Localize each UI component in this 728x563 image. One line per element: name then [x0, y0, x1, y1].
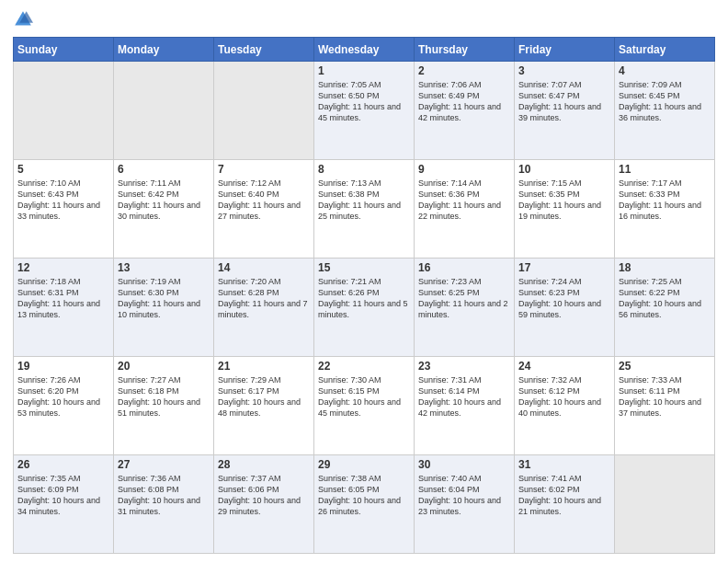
- day-info: Sunrise: 7:07 AM Sunset: 6:47 PM Dayligh…: [518, 79, 610, 124]
- day-info: Sunrise: 7:27 AM Sunset: 6:18 PM Dayligh…: [118, 374, 210, 419]
- day-number: 24: [518, 360, 610, 373]
- day-number: 1: [318, 64, 410, 77]
- day-info: Sunrise: 7:40 AM Sunset: 6:04 PM Dayligh…: [418, 473, 510, 518]
- day-info: Sunrise: 7:30 AM Sunset: 6:15 PM Dayligh…: [318, 374, 410, 419]
- calendar-cell: 18Sunrise: 7:25 AM Sunset: 6:22 PM Dayli…: [615, 259, 715, 357]
- day-number: 19: [17, 360, 109, 373]
- calendar-cell: [214, 62, 314, 160]
- calendar-cell: 11Sunrise: 7:17 AM Sunset: 6:33 PM Dayli…: [615, 160, 715, 259]
- calendar-cell: 6Sunrise: 7:11 AM Sunset: 6:42 PM Daylig…: [114, 160, 214, 259]
- calendar-cell: 7Sunrise: 7:12 AM Sunset: 6:40 PM Daylig…: [214, 160, 314, 259]
- calendar-cell: 23Sunrise: 7:31 AM Sunset: 6:14 PM Dayli…: [415, 357, 515, 455]
- day-number: 28: [218, 458, 310, 471]
- day-info: Sunrise: 7:25 AM Sunset: 6:22 PM Dayligh…: [619, 276, 711, 321]
- calendar-week-row: 26Sunrise: 7:35 AM Sunset: 6:09 PM Dayli…: [14, 455, 715, 554]
- day-number: 26: [17, 458, 109, 471]
- calendar-week-row: 1Sunrise: 7:05 AM Sunset: 6:50 PM Daylig…: [14, 62, 715, 160]
- calendar-week-row: 12Sunrise: 7:18 AM Sunset: 6:31 PM Dayli…: [14, 259, 715, 357]
- calendar-cell: 29Sunrise: 7:38 AM Sunset: 6:05 PM Dayli…: [314, 455, 415, 554]
- day-number: 5: [17, 163, 109, 176]
- calendar-header-row: SundayMondayTuesdayWednesdayThursdayFrid…: [14, 38, 715, 62]
- day-number: 9: [418, 163, 510, 176]
- calendar-cell: 10Sunrise: 7:15 AM Sunset: 6:35 PM Dayli…: [515, 160, 615, 259]
- calendar-cell: 19Sunrise: 7:26 AM Sunset: 6:20 PM Dayli…: [14, 357, 114, 455]
- day-number: 11: [619, 163, 711, 176]
- day-number: 18: [619, 261, 711, 274]
- calendar-cell: [615, 455, 715, 554]
- day-info: Sunrise: 7:37 AM Sunset: 6:06 PM Dayligh…: [218, 473, 310, 518]
- calendar-cell: [14, 62, 114, 160]
- day-info: Sunrise: 7:32 AM Sunset: 6:12 PM Dayligh…: [518, 374, 610, 419]
- calendar-cell: 14Sunrise: 7:20 AM Sunset: 6:28 PM Dayli…: [214, 259, 314, 357]
- calendar-cell: 26Sunrise: 7:35 AM Sunset: 6:09 PM Dayli…: [14, 455, 114, 554]
- calendar-cell: 17Sunrise: 7:24 AM Sunset: 6:23 PM Dayli…: [515, 259, 615, 357]
- day-number: 20: [118, 360, 210, 373]
- calendar-cell: [114, 62, 214, 160]
- calendar-cell: 22Sunrise: 7:30 AM Sunset: 6:15 PM Dayli…: [314, 357, 415, 455]
- day-info: Sunrise: 7:24 AM Sunset: 6:23 PM Dayligh…: [518, 276, 610, 321]
- calendar-cell: 21Sunrise: 7:29 AM Sunset: 6:17 PM Dayli…: [214, 357, 314, 455]
- logo: [13, 9, 35, 29]
- day-number: 17: [518, 261, 610, 274]
- day-number: 21: [218, 360, 310, 373]
- day-number: 4: [619, 64, 711, 77]
- calendar-cell: 12Sunrise: 7:18 AM Sunset: 6:31 PM Dayli…: [14, 259, 114, 357]
- day-info: Sunrise: 7:06 AM Sunset: 6:49 PM Dayligh…: [418, 79, 510, 124]
- calendar-cell: 3Sunrise: 7:07 AM Sunset: 6:47 PM Daylig…: [515, 62, 615, 160]
- day-number: 14: [218, 261, 310, 274]
- day-number: 23: [418, 360, 510, 373]
- day-number: 8: [318, 163, 410, 176]
- day-number: 6: [118, 163, 210, 176]
- calendar-cell: 20Sunrise: 7:27 AM Sunset: 6:18 PM Dayli…: [114, 357, 214, 455]
- day-number: 7: [218, 163, 310, 176]
- day-number: 29: [318, 458, 410, 471]
- day-info: Sunrise: 7:18 AM Sunset: 6:31 PM Dayligh…: [17, 276, 109, 321]
- day-info: Sunrise: 7:36 AM Sunset: 6:08 PM Dayligh…: [118, 473, 210, 518]
- day-info: Sunrise: 7:23 AM Sunset: 6:25 PM Dayligh…: [418, 276, 510, 321]
- day-number: 27: [118, 458, 210, 471]
- day-number: 16: [418, 261, 510, 274]
- calendar-cell: 9Sunrise: 7:14 AM Sunset: 6:36 PM Daylig…: [415, 160, 515, 259]
- day-info: Sunrise: 7:13 AM Sunset: 6:38 PM Dayligh…: [318, 178, 410, 223]
- calendar-cell: 15Sunrise: 7:21 AM Sunset: 6:26 PM Dayli…: [314, 259, 415, 357]
- logo-icon: [13, 9, 33, 29]
- day-number: 10: [518, 163, 610, 176]
- calendar-header-thursday: Thursday: [415, 38, 515, 62]
- day-number: 22: [318, 360, 410, 373]
- day-info: Sunrise: 7:11 AM Sunset: 6:42 PM Dayligh…: [118, 178, 210, 223]
- calendar-cell: 30Sunrise: 7:40 AM Sunset: 6:04 PM Dayli…: [415, 455, 515, 554]
- day-info: Sunrise: 7:10 AM Sunset: 6:43 PM Dayligh…: [17, 178, 109, 223]
- day-info: Sunrise: 7:21 AM Sunset: 6:26 PM Dayligh…: [318, 276, 410, 321]
- calendar-cell: 4Sunrise: 7:09 AM Sunset: 6:45 PM Daylig…: [615, 62, 715, 160]
- calendar-cell: 28Sunrise: 7:37 AM Sunset: 6:06 PM Dayli…: [214, 455, 314, 554]
- day-info: Sunrise: 7:35 AM Sunset: 6:09 PM Dayligh…: [17, 473, 109, 518]
- day-info: Sunrise: 7:17 AM Sunset: 6:33 PM Dayligh…: [619, 178, 711, 223]
- day-info: Sunrise: 7:19 AM Sunset: 6:30 PM Dayligh…: [118, 276, 210, 321]
- day-info: Sunrise: 7:29 AM Sunset: 6:17 PM Dayligh…: [218, 374, 310, 419]
- day-number: 25: [619, 360, 711, 373]
- calendar-header-friday: Friday: [515, 38, 615, 62]
- calendar-cell: 24Sunrise: 7:32 AM Sunset: 6:12 PM Dayli…: [515, 357, 615, 455]
- day-number: 15: [318, 261, 410, 274]
- calendar-cell: 5Sunrise: 7:10 AM Sunset: 6:43 PM Daylig…: [14, 160, 114, 259]
- day-info: Sunrise: 7:41 AM Sunset: 6:02 PM Dayligh…: [518, 473, 610, 518]
- day-number: 13: [118, 261, 210, 274]
- day-info: Sunrise: 7:09 AM Sunset: 6:45 PM Dayligh…: [619, 79, 711, 124]
- day-info: Sunrise: 7:12 AM Sunset: 6:40 PM Dayligh…: [218, 178, 310, 223]
- calendar-cell: 27Sunrise: 7:36 AM Sunset: 6:08 PM Dayli…: [114, 455, 214, 554]
- calendar-cell: 1Sunrise: 7:05 AM Sunset: 6:50 PM Daylig…: [314, 62, 415, 160]
- calendar-cell: 31Sunrise: 7:41 AM Sunset: 6:02 PM Dayli…: [515, 455, 615, 554]
- header: [13, 9, 715, 29]
- calendar-header-monday: Monday: [114, 38, 214, 62]
- day-number: 3: [518, 64, 610, 77]
- day-info: Sunrise: 7:31 AM Sunset: 6:14 PM Dayligh…: [418, 374, 510, 419]
- calendar-cell: 16Sunrise: 7:23 AM Sunset: 6:25 PM Dayli…: [415, 259, 515, 357]
- calendar-cell: 13Sunrise: 7:19 AM Sunset: 6:30 PM Dayli…: [114, 259, 214, 357]
- day-info: Sunrise: 7:33 AM Sunset: 6:11 PM Dayligh…: [619, 374, 711, 419]
- calendar-cell: 8Sunrise: 7:13 AM Sunset: 6:38 PM Daylig…: [314, 160, 415, 259]
- page: SundayMondayTuesdayWednesdayThursdayFrid…: [0, 0, 728, 563]
- calendar-cell: 25Sunrise: 7:33 AM Sunset: 6:11 PM Dayli…: [615, 357, 715, 455]
- day-info: Sunrise: 7:14 AM Sunset: 6:36 PM Dayligh…: [418, 178, 510, 223]
- day-number: 30: [418, 458, 510, 471]
- day-number: 12: [17, 261, 109, 274]
